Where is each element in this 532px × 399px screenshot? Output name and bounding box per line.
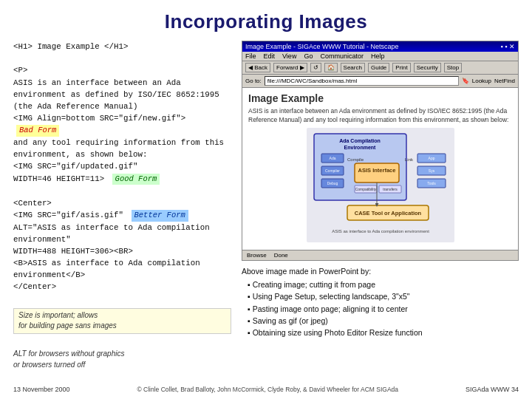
width-tag: WIDTH=488 HEIGHT=306><BR>	[13, 245, 231, 257]
bullets-title: Above image made in PowerPoint by:	[242, 265, 519, 277]
p-tag: <P>	[13, 64, 231, 76]
menu-go[interactable]: Go	[304, 52, 313, 60]
bullet-section: Above image made in PowerPoint by: Creat…	[242, 265, 519, 339]
menu-edit[interactable]: Edit	[264, 52, 276, 60]
better-form-label: Better Form	[132, 210, 188, 222]
btn-print[interactable]: Print	[392, 63, 410, 72]
menu-view[interactable]: View	[282, 52, 296, 60]
btn-home[interactable]: 🏠	[324, 63, 338, 72]
and-any-text: and any tool requiring information from …	[13, 137, 231, 160]
footer: 13 November 2000 © Clinle Collet, Brad B…	[0, 386, 532, 393]
footer-date: 13 November 2000	[13, 386, 70, 393]
btn-search[interactable]: Search	[341, 63, 365, 72]
alt-note: ALT for browsers without graphics or bro…	[13, 349, 231, 370]
right-panel: Image Example - SIGAce WWW Tutorial - Ne…	[242, 41, 519, 372]
svg-text:App: App	[428, 156, 434, 160]
btn-back[interactable]: ◀ Back	[245, 63, 270, 72]
btn-security[interactable]: Security	[414, 63, 441, 72]
img-good-code2: WIDTH=46 HEIGHT=11> Good Form	[13, 173, 231, 185]
svg-text:Compiler: Compiler	[324, 168, 339, 173]
svg-text:Sys: Sys	[428, 168, 434, 173]
bullet-item: Saving as gif (or jpeg)	[248, 315, 519, 327]
h1-code: <H1> Image Example </H1>	[13, 41, 231, 52]
browser-controls: ▪ ▪ ✕	[501, 43, 515, 50]
img-good-code: <IMG SRC="gif/updated.gif"	[13, 160, 231, 172]
bookmark-icon: 🔖	[462, 78, 469, 84]
img-better-code: <IMG SRC="gif/asis.gif" Better Form	[13, 209, 231, 222]
btn-forward[interactable]: Forward ▶	[273, 63, 307, 72]
alt-tag: ALT="ASIS as interface to Ada compilatio…	[13, 222, 231, 245]
bullet-item: Using Page Setup, selecting landscape, 3…	[248, 290, 519, 302]
menu-file[interactable]: File	[245, 52, 256, 60]
svg-text:Compile: Compile	[347, 157, 364, 162]
btn-guide[interactable]: Guide	[368, 63, 389, 72]
svg-text:ASIS Interface: ASIS Interface	[358, 167, 395, 174]
browser-content: Image Example ASIS is an interface betwe…	[242, 88, 518, 250]
menu-help[interactable]: Help	[371, 52, 385, 60]
code-block: <H1> Image Example </H1> <P> ASIS is an …	[13, 41, 231, 293]
netfind-label: NetFind	[494, 78, 515, 84]
browser-statusbar: Browse Done	[242, 250, 518, 260]
main-content: <H1> Image Example </H1> <P> ASIS is an …	[0, 41, 532, 372]
center-tag: <Center>	[13, 197, 231, 209]
btn-reload[interactable]: ↺	[310, 63, 321, 72]
lookup-label: Lookup	[472, 78, 491, 84]
svg-text:Ada Compilation: Ada Compilation	[339, 138, 381, 144]
img-bad-code: <IMG Align=bottom SRC="gif/new.gif"> Bad…	[13, 112, 231, 137]
svg-text:Compatibility: Compatibility	[355, 187, 376, 191]
svg-text:CASE Tool or Application: CASE Tool or Application	[354, 210, 421, 216]
b-tag: <B>ASIS as interface to Ada compilation …	[13, 257, 231, 281]
page-title: Incorporating Images	[0, 0, 532, 41]
browser-toolbar: ◀ Back Forward ▶ ↺ 🏠 Search Guide Print …	[242, 61, 518, 75]
diagram-area: Ada Compilation Environment Ada Compiler…	[248, 128, 512, 242]
browser-page-heading: Image Example	[248, 92, 512, 104]
menu-communicator[interactable]: Communicator	[320, 52, 364, 60]
bullet-item: Obtaining size using Photo Editor Resize…	[248, 327, 519, 338]
center-close: </Center>	[13, 281, 231, 293]
browser-window: Image Example - SIGAce WWW Tutorial - Ne…	[242, 41, 519, 261]
footer-copyright: © Clinle Collet, Brad Balloty, John McCo…	[70, 386, 466, 393]
svg-text:Link: Link	[405, 157, 414, 162]
svg-text:ASIS as interface to Ada compi: ASIS as interface to Ada compilation env…	[332, 229, 429, 233]
go-to-label: Go to:	[245, 78, 262, 84]
browser-address-bar: Go to: 🔖 Lookup NetFind	[242, 75, 518, 88]
svg-text:Debug: Debug	[327, 181, 338, 185]
done-indicator: Done	[274, 252, 288, 259]
good-form-label: Good Form	[112, 174, 160, 185]
browser-titlebar: Image Example - SIGAce WWW Tutorial - Ne…	[242, 41, 518, 52]
svg-text:Tools: Tools	[427, 181, 436, 185]
svg-text:Environment: Environment	[344, 145, 375, 150]
bullet-item: Pasting image onto page; aligning it to …	[248, 303, 519, 315]
bullet-item: Creating image; cutting it from page	[248, 279, 519, 290]
address-input[interactable]	[265, 76, 459, 86]
browser-title: Image Example - SIGAce WWW Tutorial - Ne…	[245, 43, 399, 50]
bullets-list: Creating image; cutting it from page Usi…	[242, 279, 519, 338]
browse-btn[interactable]: Browse	[247, 252, 267, 259]
svg-text:Ada: Ada	[329, 156, 335, 160]
asis-diagram: Ada Compilation Environment Ada Compiler…	[307, 128, 454, 242]
size-note: Size is important; allows for building p…	[13, 308, 231, 334]
footer-slide-num: SIGAda WWW 34	[466, 386, 519, 393]
svg-text:transfers: transfers	[383, 187, 398, 191]
browser-para: ASIS is an interface between an Ada envi…	[248, 107, 512, 125]
browser-menubar: File Edit View Go Communicator Help	[242, 52, 518, 61]
intro-text: ASIS is an interface between an Ada envi…	[13, 77, 231, 113]
left-panel: <H1> Image Example </H1> <P> ASIS is an …	[13, 41, 231, 372]
btn-stop[interactable]: Stop	[444, 63, 462, 72]
bad-form-label: Bad Form	[16, 125, 59, 137]
